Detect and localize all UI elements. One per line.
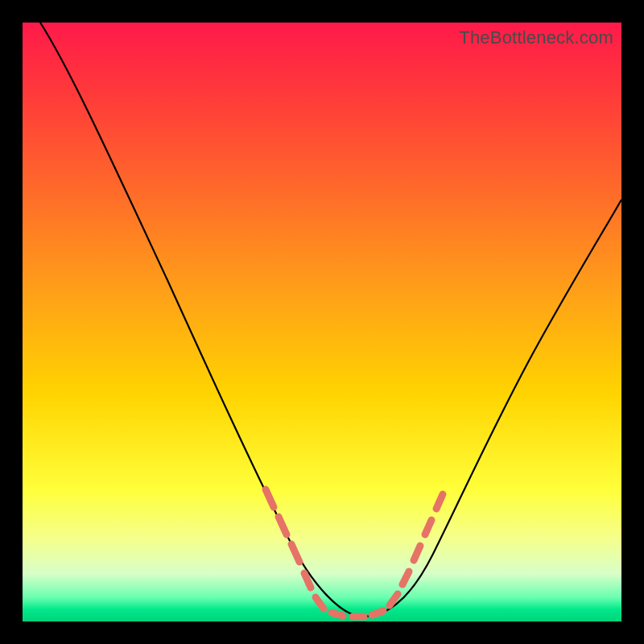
svg-line-4	[316, 597, 324, 609]
svg-line-11	[425, 520, 431, 535]
bottleneck-curve	[40, 23, 621, 617]
svg-line-5	[332, 613, 343, 616]
svg-line-1	[279, 517, 287, 535]
svg-line-10	[414, 546, 420, 560]
svg-line-9	[402, 572, 409, 584]
curve-layer	[23, 23, 621, 621]
svg-line-7	[372, 611, 383, 615]
svg-line-12	[436, 494, 443, 509]
valley-markers	[266, 489, 443, 617]
svg-line-2	[291, 544, 299, 562]
plot-area: TheBottleneck.com	[23, 23, 621, 621]
svg-line-0	[266, 489, 274, 507]
chart-frame: TheBottleneck.com	[0, 0, 644, 644]
